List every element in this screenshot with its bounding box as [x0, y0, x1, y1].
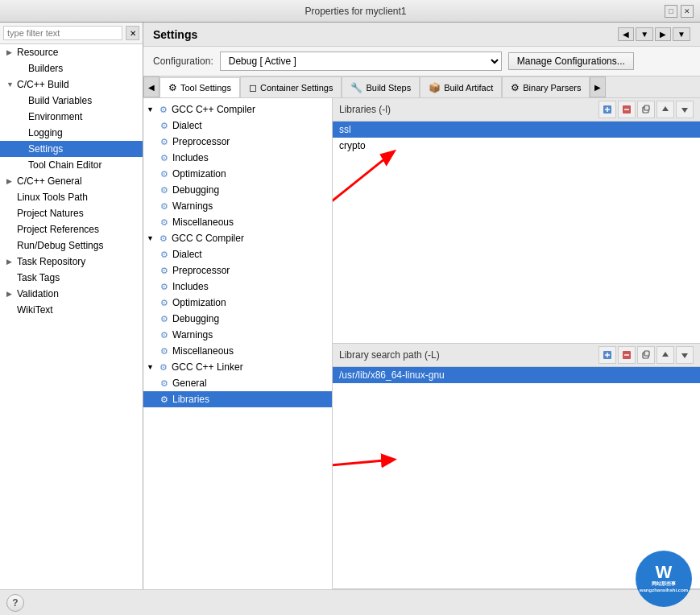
svg-rect-6 [644, 105, 649, 110]
tab-binary-parsers[interactable]: ⚙ Binary Parsers [502, 76, 590, 97]
search-copy-button[interactable] [637, 346, 655, 364]
search-delete-icon [621, 349, 632, 361]
tool-tree-optimization[interactable]: ⚙ Optimization [143, 166, 332, 182]
nav-dropdown-button[interactable]: ▼ [636, 27, 653, 41]
tab-build-steps[interactable]: 🔧 Build Steps [342, 76, 420, 97]
lib-add-button[interactable] [599, 101, 616, 118]
tool-tree-c-debugging[interactable]: ⚙ Debugging [143, 311, 332, 327]
tool-settings-tab-icon: ⚙ [168, 82, 177, 93]
tab-container-settings[interactable]: ◻ Container Settings [240, 76, 342, 97]
lib-item-ssl[interactable]: ssl [333, 122, 700, 138]
tool-tree-c-preprocessor[interactable]: ⚙ Preprocessor [143, 262, 332, 279]
sidebar-item-task-repository[interactable]: ▶ Task Repository [0, 254, 143, 270]
search-delete-button[interactable] [618, 346, 636, 364]
content-area: Settings ◀ ▼ ▶ ▼ Configuration: Debug [ … [143, 23, 700, 589]
manage-configurations-button[interactable]: Manage Configurations... [508, 52, 634, 70]
tool-tree-c-dialect[interactable]: ⚙ Dialect [143, 246, 332, 262]
sidebar-item-logging[interactable]: Logging [0, 125, 143, 141]
lib-delete-button[interactable] [618, 101, 636, 118]
tool-tree-general[interactable]: ⚙ General [143, 375, 332, 391]
c-optimization-icon: ⚙ [158, 296, 171, 309]
sidebar-item-ccpp-general[interactable]: ▶ C/C++ General [0, 173, 143, 189]
nav-menu-button[interactable]: ▼ [673, 27, 690, 41]
tab-tool-settings[interactable]: ⚙ Tool Settings [159, 77, 240, 98]
sidebar-item-label-ccpp-general: C/C++ General [17, 175, 82, 187]
config-select[interactable]: Debug [ Active ] [220, 52, 502, 71]
tab-tool-settings-label: Tool Settings [180, 83, 231, 93]
tool-tree-gcc-c-compiler[interactable]: ▼ ⚙ GCC C Compiler [143, 230, 332, 246]
sidebar-item-wikitext[interactable]: WikiText [0, 302, 143, 318]
tool-tree-preprocessor[interactable]: ⚙ Preprocessor [143, 134, 332, 150]
tool-tree-label-dialect: Dialect [172, 120, 202, 131]
sidebar: ✕ ▶ Resource Builders ▼ C/C++ Build Buil… [0, 23, 143, 589]
tool-tree-gcc-cpp-compiler[interactable]: ▼ ⚙ GCC C++ Compiler [143, 101, 332, 118]
sidebar-item-project-references[interactable]: Project References [0, 221, 143, 237]
filter-clear-button[interactable]: ✕ [126, 26, 139, 40]
search-add-button[interactable] [599, 346, 616, 364]
sidebar-item-label-run-debug-settings: Run/Debug Settings [17, 240, 103, 251]
help-button[interactable]: ? [6, 594, 24, 612]
sidebar-item-linux-tools-path[interactable]: Linux Tools Path [0, 189, 143, 205]
sidebar-item-task-tags[interactable]: Task Tags [0, 270, 143, 286]
lib-move-up-button[interactable] [657, 101, 674, 118]
settings-header: Settings ◀ ▼ ▶ ▼ [143, 23, 700, 47]
split-area: ▼ ⚙ GCC C++ Compiler ⚙ Dialect ⚙ Preproc… [143, 98, 700, 589]
sidebar-tree: ▶ Resource Builders ▼ C/C++ Build Build … [0, 44, 143, 589]
sidebar-filter-bar: ✕ [0, 23, 143, 44]
tool-tree-miscellaneous[interactable]: ⚙ Miscellaneous [143, 214, 332, 230]
library-search-header: Library search path (-L) [333, 344, 700, 367]
sidebar-item-settings[interactable]: Settings [0, 141, 143, 157]
sidebar-item-builders[interactable]: Builders [0, 60, 143, 76]
config-label: Configuration: [153, 56, 213, 67]
tool-tree-libraries[interactable]: ⚙ Libraries [143, 391, 332, 407]
libraries-header: Libraries (-l) [333, 98, 700, 122]
filter-input[interactable] [3, 26, 122, 40]
search-move-up-button[interactable] [657, 346, 674, 364]
sidebar-item-project-natures[interactable]: Project Natures [0, 205, 143, 221]
gcc-cpp-linker-icon: ⚙ [157, 361, 170, 374]
lib-item-crypto[interactable]: crypto [333, 138, 700, 154]
sidebar-item-validation[interactable]: ▶ Validation [0, 286, 143, 302]
sidebar-item-run-debug-settings[interactable]: Run/Debug Settings [0, 237, 143, 254]
gcc-cpp-compiler-icon: ⚙ [157, 103, 170, 116]
sidebar-item-label-environment: Environment [28, 111, 82, 122]
sidebar-item-label-linux-tools-path: Linux Tools Path [17, 192, 88, 203]
nav-forward-button[interactable]: ▶ [655, 27, 671, 41]
tab-bar: ◀ ⚙ Tool Settings ◻ Container Settings 🔧… [143, 76, 700, 98]
move-down-icon [679, 104, 690, 115]
sidebar-item-resource[interactable]: ▶ Resource [0, 44, 143, 60]
tool-tree-label-gcc-cpp-compiler: GCC C++ Compiler [172, 104, 255, 115]
sidebar-item-label-validation: Validation [17, 288, 59, 299]
library-search-header-title: Library search path (-L) [339, 349, 440, 361]
tab-scroll-right-button[interactable]: ▶ [590, 76, 606, 97]
tab-build-artifact[interactable]: 📦 Build Artifact [420, 76, 502, 97]
c-miscellaneous-icon: ⚙ [158, 345, 171, 357]
tool-tree-c-optimization[interactable]: ⚙ Optimization [143, 295, 332, 311]
close-button[interactable]: ✕ [681, 5, 694, 18]
lib-copy-button[interactable] [637, 101, 655, 118]
tool-tree-warnings[interactable]: ⚙ Warnings [143, 198, 332, 214]
tool-tree-debugging[interactable]: ⚙ Debugging [143, 182, 332, 198]
collapse-arrow-gcc-linker: ▼ [147, 363, 154, 371]
lib-move-down-button[interactable] [676, 101, 694, 118]
sidebar-item-build-variables[interactable]: Build Variables [0, 93, 143, 109]
tool-tree-c-warnings[interactable]: ⚙ Warnings [143, 327, 332, 343]
search-move-down-button[interactable] [676, 346, 694, 364]
sidebar-item-environment[interactable]: Environment [0, 109, 143, 125]
lib-search-item-usr-lib[interactable]: /usr/lib/x86_64-linux-gnu [333, 367, 700, 383]
tab-container-settings-label: Container Settings [260, 83, 333, 93]
watermark-logo: W [656, 563, 673, 581]
libraries-header-title: Libraries (-l) [339, 104, 391, 115]
nav-back-button[interactable]: ◀ [618, 27, 634, 41]
sidebar-item-ccpp-build[interactable]: ▼ C/C++ Build [0, 76, 143, 93]
tool-tree-c-miscellaneous[interactable]: ⚙ Miscellaneous [143, 343, 332, 359]
minimize-button[interactable]: □ [665, 5, 677, 18]
tool-tree-includes[interactable]: ⚙ Includes [143, 150, 332, 166]
tool-tree-dialect[interactable]: ⚙ Dialect [143, 118, 332, 134]
tool-tree-c-includes[interactable]: ⚙ Includes [143, 279, 332, 295]
tab-scroll-left-button[interactable]: ◀ [143, 76, 159, 97]
tool-tree-label-c-debugging: Debugging [172, 313, 219, 324]
c-includes-icon: ⚙ [158, 280, 171, 293]
sidebar-item-tool-chain-editor[interactable]: Tool Chain Editor [0, 157, 143, 173]
tool-tree-gcc-cpp-linker[interactable]: ▼ ⚙ GCC C++ Linker [143, 359, 332, 375]
